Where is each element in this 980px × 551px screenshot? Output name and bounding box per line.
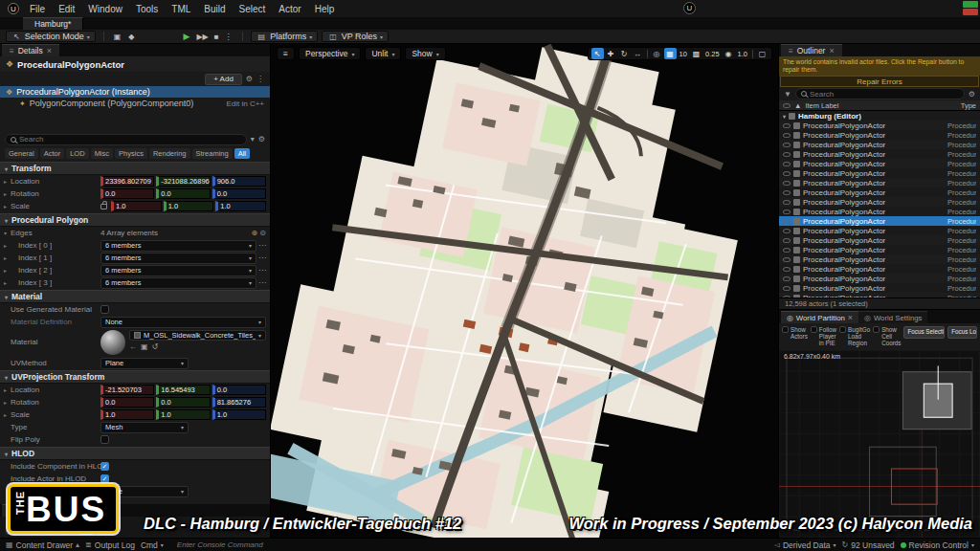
- menu-window[interactable]: Window: [81, 0, 129, 17]
- outliner-search-box[interactable]: [795, 88, 965, 99]
- world-partition-minimap[interactable]: 6.82x7.97x0.40 km: [779, 350, 980, 538]
- poly-grid-tool-icon[interactable]: ▢: [60, 519, 76, 535]
- uv-location-x-field[interactable]: -21.520703: [100, 385, 154, 395]
- uv-scale-y-field[interactable]: 1.0: [156, 409, 210, 420]
- outliner-root-row[interactable]: ▾ Hamburg (Editor): [779, 111, 980, 121]
- visibility-eye-icon[interactable]: [783, 238, 791, 243]
- element-options-icon[interactable]: ⋯: [258, 241, 266, 250]
- close-icon[interactable]: ×: [829, 46, 834, 55]
- uv-scale-z-field[interactable]: 1.0: [212, 409, 266, 420]
- uv-rotation-x-field[interactable]: 0.0: [100, 397, 154, 408]
- move-tool-icon[interactable]: ✚: [605, 48, 617, 59]
- focus-selection-button[interactable]: Focus Selection: [903, 326, 945, 339]
- include-component-hlod-checkbox[interactable]: ✓: [100, 462, 109, 471]
- outliner-row[interactable]: ProceduralPolygonActor ProceduralPolygon…: [779, 159, 980, 168]
- visibility-eye-icon[interactable]: [783, 209, 791, 214]
- outliner-row[interactable]: ProceduralPolygonActor ProceduralPolygon…: [779, 168, 980, 178]
- edit-in-cpp-link[interactable]: Edit in C++: [226, 99, 264, 108]
- visibility-eye-icon[interactable]: [783, 190, 791, 195]
- menu-help[interactable]: Help: [308, 0, 342, 17]
- uv-location-y-field[interactable]: 16.545493: [156, 385, 210, 395]
- visibility-eye-icon[interactable]: [783, 276, 791, 281]
- scale-snap-toggle-icon[interactable]: ▩: [690, 48, 702, 59]
- rotation-y-field[interactable]: 0.0: [156, 188, 210, 199]
- expander-icon[interactable]: ▸: [0, 178, 11, 185]
- filter-icon[interactable]: ▾: [251, 135, 255, 143]
- outliner-row[interactable]: ProceduralPolygonActor ProceduralPolygon…: [779, 226, 980, 235]
- outliner-row[interactable]: ProceduralPolygonActor ProceduralPolygon…: [779, 207, 980, 216]
- section-uv-projection[interactable]: ▾ UVProjection Transform: [0, 370, 270, 384]
- visibility-eye-icon[interactable]: [783, 162, 791, 166]
- add-component-button[interactable]: + Add: [205, 74, 242, 85]
- add-element-icon[interactable]: ⊕: [252, 229, 258, 237]
- show-actors-option[interactable]: Show Actors: [782, 326, 808, 340]
- expander-icon[interactable]: ▸: [0, 203, 11, 209]
- uv-rotation-y-field[interactable]: 0.0: [156, 397, 210, 408]
- expander-icon[interactable]: ▸: [0, 399, 11, 406]
- visibility-eye-icon[interactable]: [783, 171, 791, 176]
- menu-file[interactable]: File: [23, 0, 52, 17]
- outliner-row[interactable]: ProceduralPolygonActor ProceduralPolygon…: [779, 274, 980, 283]
- scale-z-field[interactable]: 1.0: [215, 201, 266, 211]
- visibility-eye-icon[interactable]: [783, 229, 791, 233]
- close-icon[interactable]: ×: [47, 46, 52, 55]
- filter-icon[interactable]: ▼: [784, 90, 791, 99]
- unsaved-button[interactable]: ↻ 92 Unsaved: [842, 540, 895, 550]
- follow-player-option[interactable]: Follow Player in PIE: [811, 326, 836, 347]
- section-procedural-polygon[interactable]: ▾ Procedural Polygon: [0, 213, 270, 227]
- delete-elements-icon[interactable]: ⊝: [259, 229, 266, 237]
- visibility-eye-icon[interactable]: [783, 181, 791, 186]
- stop-button[interactable]: ■: [212, 33, 221, 41]
- select-tool-icon[interactable]: ↖: [591, 48, 604, 59]
- visibility-eye-icon[interactable]: [783, 143, 791, 147]
- uv-location-z-field[interactable]: 0.0: [212, 385, 266, 395]
- viewport-options-menu[interactable]: ≡: [277, 47, 295, 60]
- outliner-row[interactable]: ProceduralPolygonActor ProceduralPolygon…: [779, 197, 980, 207]
- show-cell-coords-option[interactable]: Show Cell Coords: [873, 326, 901, 347]
- section-material[interactable]: ▾ Material: [0, 290, 270, 303]
- world-settings-tab[interactable]: ◎ World Settings: [858, 311, 927, 323]
- material-asset-dropdown[interactable]: M_OSL_Sidewalk_Concrete_Tiles_02 ▾: [129, 330, 266, 341]
- menu-actor[interactable]: Actor: [272, 0, 307, 17]
- repair-errors-button[interactable]: Repair Errors: [780, 76, 979, 87]
- play-button[interactable]: ▶: [180, 32, 192, 41]
- focus-loaded-button[interactable]: Focus Loa: [947, 326, 977, 339]
- visibility-eye-icon[interactable]: [783, 123, 791, 128]
- tab-misc[interactable]: Misc: [91, 148, 113, 159]
- browse-asset-icon[interactable]: ▣: [141, 342, 148, 351]
- poly-vertex-tool-icon[interactable]: ◇: [42, 519, 57, 535]
- index-0-members-dropdown[interactable]: 6 members ▾: [100, 240, 256, 252]
- procedural-poly-tab[interactable]: Procedural Poly... ×: [2, 504, 90, 517]
- outliner-row[interactable]: ProceduralPolygonActor ProceduralPolygon…: [779, 130, 980, 140]
- outliner-row[interactable]: ProceduralPolygonActor ProceduralPolygon…: [779, 235, 980, 245]
- section-hlod[interactable]: ▾ HLOD: [0, 447, 270, 460]
- outliner-row[interactable]: ProceduralPolygonActor ProceduralPolygon…: [779, 264, 980, 274]
- console-command-area[interactable]: [177, 540, 768, 549]
- revision-control-button[interactable]: Revision Control ▾: [901, 540, 974, 550]
- output-log-button[interactable]: ≣ Output Log: [85, 540, 135, 550]
- tab-streaming[interactable]: Streaming: [192, 148, 233, 159]
- grid-snap-value[interactable]: 10: [678, 50, 689, 58]
- outliner-tab[interactable]: ≡ Outliner ×: [781, 44, 842, 56]
- outliner-settings-icon[interactable]: ⚙: [969, 90, 975, 99]
- close-icon[interactable]: ×: [77, 506, 81, 516]
- cmd-dropdown[interactable]: Cmd ▾: [141, 540, 164, 550]
- menu-tml[interactable]: TML: [165, 0, 197, 17]
- level-tab-hamburg[interactable]: Hamburg*: [23, 17, 83, 30]
- details-search-box[interactable]: [5, 134, 247, 145]
- show-flags-dropdown[interactable]: Show ▾: [405, 47, 445, 60]
- uv-rotation-z-field[interactable]: 81.865276: [212, 397, 266, 408]
- outliner-row[interactable]: ProceduralPolygonActor ProceduralPolygon…: [779, 140, 980, 149]
- show-cell-coords-checkbox[interactable]: [873, 326, 880, 333]
- menu-build[interactable]: Build: [197, 0, 232, 17]
- outliner-row[interactable]: ProceduralPolygonActor ProceduralPolygon…: [779, 216, 980, 226]
- rotate-tool-icon[interactable]: ↻: [618, 48, 631, 59]
- element-options-icon[interactable]: ⋯: [258, 266, 266, 275]
- visibility-eye-icon[interactable]: [783, 267, 791, 272]
- tab-lod[interactable]: LOD: [66, 148, 88, 159]
- expander-icon[interactable]: ▸: [0, 242, 11, 249]
- visibility-eye-icon[interactable]: [783, 152, 791, 157]
- outliner-row[interactable]: ProceduralPolygonActor ProceduralPolygon…: [779, 283, 980, 293]
- bugitgo-option[interactable]: BugItGo Load Region: [839, 326, 870, 347]
- visibility-eye-icon[interactable]: [783, 248, 791, 253]
